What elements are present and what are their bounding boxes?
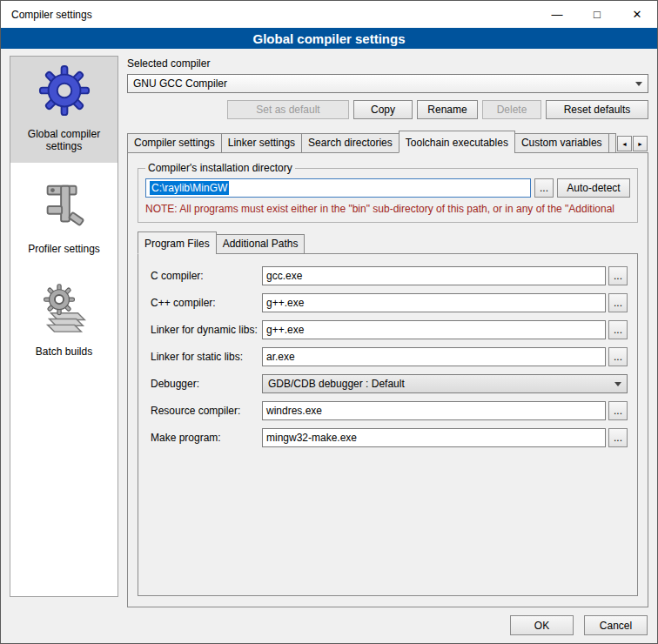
field-label: Make program: (151, 432, 262, 444)
cpp-compiler-browse-button[interactable]: ... (608, 293, 628, 312)
sidebar-item-label: Batch builds (36, 345, 92, 358)
arrow-right-icon: ► (637, 141, 643, 147)
installation-directory-legend: Compiler's installation directory (145, 162, 295, 174)
cpp-compiler-value: g++.exe (266, 297, 304, 309)
linker-static-input[interactable]: ar.exe (262, 347, 606, 366)
rename-button[interactable]: Rename (417, 100, 478, 119)
installation-directory-value: C:\raylib\MinGW (150, 181, 229, 195)
form-row-linker-static: Linker for static libs: ar.exe ... (151, 347, 628, 366)
set-as-default-button: Set as default (227, 100, 349, 119)
delete-button: Delete (482, 100, 541, 119)
form-row-cpp-compiler: C++ compiler: g++.exe ... (151, 293, 628, 312)
field-label: Resource compiler: (151, 405, 262, 417)
tab-additional-paths[interactable]: Additional Paths (216, 234, 306, 254)
sidebar-item-profiler-settings[interactable]: Profiler settings (10, 171, 118, 265)
main-panel: Selected compiler GNU GCC Compiler Set a… (127, 56, 648, 607)
make-program-input[interactable]: mingw32-make.exe (262, 428, 606, 447)
field-label: C++ compiler: (151, 297, 262, 309)
cancel-button[interactable]: Cancel (584, 615, 648, 635)
form-row-make-program: Make program: mingw32-make.exe ... (151, 428, 628, 447)
cpp-compiler-input[interactable]: g++.exe (262, 293, 606, 312)
installation-directory-group: Compiler's installation directory C:\ray… (138, 162, 638, 223)
linker-dynamic-input[interactable]: g++.exe (262, 320, 606, 339)
tab-scroll-left-button[interactable]: ◄ (617, 136, 632, 151)
dialog-body: Global compiler settings Profiler settin… (1, 49, 657, 607)
tab-scroll-right-button[interactable]: ► (633, 136, 648, 151)
field-label: Linker for static libs: (151, 351, 262, 363)
selected-compiler-label: Selected compiler (127, 57, 648, 70)
maximize-icon: □ (594, 8, 601, 21)
tab-build-options[interactable]: Buil (608, 133, 616, 153)
close-button[interactable]: ✕ (617, 1, 657, 28)
c-compiler-value: gcc.exe (266, 270, 302, 282)
program-tabs: Program Files Additional Paths (138, 231, 638, 254)
minimize-button[interactable]: — (537, 1, 577, 28)
chevron-down-icon (635, 82, 642, 86)
c-compiler-input[interactable]: gcc.exe (262, 266, 606, 285)
linker-dynamic-browse-button[interactable]: ... (608, 320, 628, 339)
selected-compiler-dropdown[interactable]: GNU GCC Compiler (127, 74, 648, 93)
resource-compiler-value: windres.exe (266, 405, 322, 417)
debugger-value: GDB/CDB debugger : Default (268, 378, 405, 390)
profiler-tool-icon (37, 178, 91, 232)
linker-static-value: ar.exe (266, 351, 295, 363)
form-row-resource-compiler: Resource compiler: windres.exe ... (151, 401, 628, 420)
page-title: Global compiler settings (1, 28, 657, 49)
tab-compiler-settings[interactable]: Compiler settings (127, 133, 222, 153)
gear-icon (37, 64, 91, 117)
form-row-linker-dynamic: Linker for dynamic libs: g++.exe ... (151, 320, 628, 339)
tab-program-files[interactable]: Program Files (138, 231, 217, 254)
compiler-action-buttons: Set as default Copy Rename Delete Reset … (127, 100, 648, 119)
resource-compiler-browse-button[interactable]: ... (608, 401, 628, 420)
installation-directory-input[interactable]: C:\raylib\MinGW (145, 178, 531, 198)
sidebar-item-label: Profiler settings (28, 243, 100, 255)
field-label: C compiler: (151, 270, 262, 282)
maximize-button[interactable]: □ (577, 1, 617, 28)
selected-compiler-value: GNU GCC Compiler (133, 77, 227, 90)
minimize-icon: — (552, 8, 563, 21)
titlebar[interactable]: Compiler settings — □ ✕ (1, 1, 657, 28)
batch-builds-gear-icon (37, 281, 91, 335)
tab-scroll-arrows: ◄ ► (617, 136, 648, 151)
browse-directory-button[interactable]: ... (534, 178, 554, 198)
tab-toolchain-executables[interactable]: Toolchain executables (399, 131, 515, 153)
auto-detect-button[interactable]: Auto-detect (557, 178, 630, 198)
window-controls: — □ ✕ (537, 1, 657, 28)
arrow-left-icon: ◄ (621, 141, 628, 147)
tab-search-directories[interactable]: Search directories (301, 133, 400, 153)
field-label: Linker for dynamic libs: (151, 324, 262, 336)
resource-compiler-input[interactable]: windres.exe (262, 401, 606, 420)
c-compiler-browse-button[interactable]: ... (608, 266, 628, 285)
make-program-browse-button[interactable]: ... (608, 428, 628, 447)
form-row-c-compiler: C compiler: gcc.exe ... (151, 266, 628, 285)
installation-directory-row: C:\raylib\MinGW ... Auto-detect (145, 178, 630, 198)
note-text: NOTE: All programs must exist either in … (145, 203, 630, 215)
sidebar-item-batch-builds[interactable]: Batch builds (10, 274, 118, 368)
copy-button[interactable]: Copy (353, 100, 413, 119)
settings-tabs: Compiler settings Linker settings Search… (127, 131, 648, 153)
linker-dynamic-value: g++.exe (266, 324, 304, 336)
reset-defaults-button[interactable]: Reset defaults (546, 100, 648, 119)
field-label: Debugger: (151, 378, 262, 390)
chevron-down-icon (614, 382, 621, 386)
sidebar: Global compiler settings Profiler settin… (10, 56, 118, 597)
tab-custom-variables[interactable]: Custom variables (514, 133, 609, 153)
linker-static-browse-button[interactable]: ... (608, 347, 628, 366)
compiler-settings-dialog: Compiler settings — □ ✕ Global compiler … (0, 0, 658, 644)
sidebar-item-global-compiler-settings[interactable]: Global compiler settings (10, 57, 118, 163)
form-row-debugger: Debugger: GDB/CDB debugger : Default (151, 374, 628, 393)
program-files-panel: C compiler: gcc.exe ... C++ compiler: g+… (138, 253, 638, 596)
close-icon: ✕ (633, 8, 642, 21)
make-program-value: mingw32-make.exe (266, 432, 357, 444)
tab-linker-settings[interactable]: Linker settings (221, 133, 302, 153)
ok-button[interactable]: OK (510, 615, 574, 635)
sidebar-item-label: Global compiler settings (14, 128, 114, 152)
window-title: Compiler settings (1, 9, 92, 21)
debugger-dropdown[interactable]: GDB/CDB debugger : Default (262, 374, 628, 393)
dialog-footer: OK Cancel (1, 607, 657, 643)
toolchain-executables-panel: Compiler's installation directory C:\ray… (127, 152, 648, 607)
